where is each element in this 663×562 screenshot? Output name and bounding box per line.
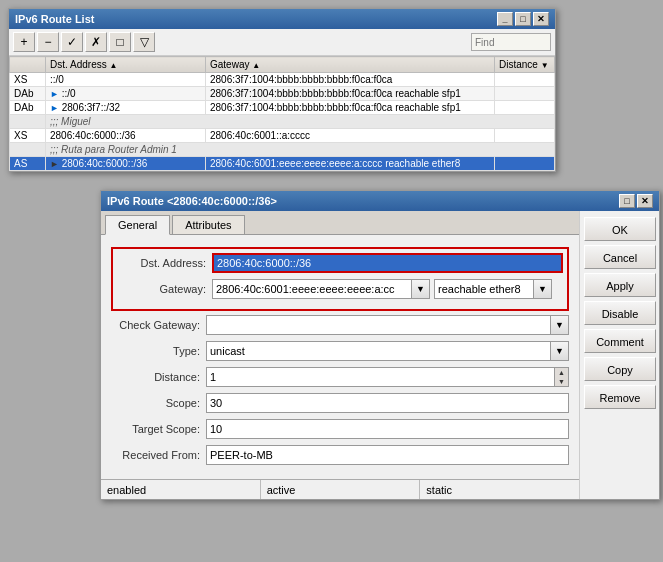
- tab-attributes[interactable]: Attributes: [172, 215, 244, 234]
- check-button[interactable]: ✓: [61, 32, 83, 52]
- check-gateway-input[interactable]: [206, 315, 551, 335]
- row-dist: [495, 87, 555, 101]
- scroll-up-icon: ▲: [558, 369, 565, 376]
- find-input[interactable]: [471, 33, 551, 51]
- sort-arrow-gw: ▲: [252, 61, 260, 70]
- row-type: XS: [10, 129, 46, 143]
- filter-button[interactable]: ▽: [133, 32, 155, 52]
- dst-address-row: Dst. Address:: [117, 253, 563, 273]
- col-header-dst[interactable]: Dst. Address ▲: [46, 57, 206, 73]
- col-header-gw[interactable]: Gateway ▲: [206, 57, 495, 73]
- highlighted-fields-group: Dst. Address: Gateway: ▼ ▼: [111, 247, 569, 311]
- ok-button[interactable]: OK: [584, 217, 656, 241]
- dialog-close-button[interactable]: ✕: [637, 194, 653, 208]
- sort-arrow-dist: ▼: [541, 61, 549, 70]
- received-from-input[interactable]: [206, 445, 569, 465]
- tab-general[interactable]: General: [105, 215, 170, 235]
- scope-row: Scope:: [111, 393, 569, 413]
- sort-arrow-dst: ▲: [109, 61, 117, 70]
- section-type: [10, 115, 46, 129]
- received-from-label: Received From:: [111, 449, 206, 461]
- route-dialog-title: IPv6 Route <2806:40c:6000::/36>: [107, 195, 277, 207]
- add-button[interactable]: +: [13, 32, 35, 52]
- type-label: Type:: [111, 345, 206, 357]
- row-type: XS: [10, 73, 46, 87]
- row-dst: ::/0: [46, 73, 206, 87]
- route-dialog-window: IPv6 Route <2806:40c:6000::/36> □ ✕ Gene…: [100, 190, 660, 500]
- check-gateway-dropdown-btn[interactable]: ▼: [551, 315, 569, 335]
- distance-input[interactable]: [206, 367, 555, 387]
- row-gw: 2806:3f7:1004:bbbb:bbbb:bbbb:f0ca:f0ca r…: [206, 101, 495, 115]
- route-list-controls: _ □ ✕: [497, 12, 549, 26]
- status-static: static: [420, 480, 579, 499]
- route-dialog-titlebar: IPv6 Route <2806:40c:6000::/36> □ ✕: [101, 191, 659, 211]
- type-input-group: ▼: [206, 341, 569, 361]
- section-label: ;;; Miguel: [46, 115, 555, 129]
- gateway-right-input[interactable]: [434, 279, 534, 299]
- section-label: ;;; Ruta para Router Admin 1: [46, 143, 555, 157]
- copy-button[interactable]: Copy: [584, 357, 656, 381]
- row-gw: 2806:3f7:1004:bbbb:bbbb:bbbb:f0ca:f0ca r…: [206, 87, 495, 101]
- distance-input-group: ▲ ▼: [206, 367, 569, 387]
- distance-label: Distance:: [111, 371, 206, 383]
- scope-input[interactable]: [206, 393, 569, 413]
- apply-button[interactable]: Apply: [584, 273, 656, 297]
- row-type: DAb: [10, 101, 46, 115]
- dialog-minimize-button[interactable]: □: [619, 194, 635, 208]
- target-scope-input[interactable]: [206, 419, 569, 439]
- row-type: AS: [10, 157, 46, 171]
- row-dst: ► ::/0: [46, 87, 206, 101]
- check-gateway-label: Check Gateway:: [111, 319, 206, 331]
- expand-icon: ►: [50, 103, 59, 113]
- cancel-button[interactable]: ✗: [85, 32, 107, 52]
- type-dropdown-btn[interactable]: ▼: [551, 341, 569, 361]
- col-header-dist[interactable]: Distance ▼: [495, 57, 555, 73]
- dialog-status-bar: enabled active static: [101, 479, 579, 499]
- disable-button[interactable]: Disable: [584, 301, 656, 325]
- row-dst: 2806:40c:6000::/36: [46, 129, 206, 143]
- check-gateway-row: Check Gateway: ▼: [111, 315, 569, 335]
- row-gw: 2806:40c:6001::a:cccc: [206, 129, 495, 143]
- row-dist: [495, 73, 555, 87]
- route-list-window: IPv6 Route List _ □ ✕ + − ✓ ✗ □ ▽ Dst. A…: [8, 8, 556, 172]
- route-list-title: IPv6 Route List: [15, 13, 94, 25]
- maximize-button[interactable]: □: [515, 12, 531, 26]
- copy-button[interactable]: □: [109, 32, 131, 52]
- table-row[interactable]: DAb ► ::/0 2806:3f7:1004:bbbb:bbbb:bbbb:…: [10, 87, 555, 101]
- table-row[interactable]: AS ► 2806:40c:6000::/36 2806:40c:6001:ee…: [10, 157, 555, 171]
- type-input[interactable]: [206, 341, 551, 361]
- row-dst: ► 2806:3f7::/32: [46, 101, 206, 115]
- route-table: Dst. Address ▲ Gateway ▲ Distance ▼ XS :…: [9, 56, 555, 171]
- target-scope-row: Target Scope:: [111, 419, 569, 439]
- distance-scrollbar[interactable]: ▲ ▼: [555, 367, 569, 387]
- route-list-toolbar: + − ✓ ✗ □ ▽: [9, 29, 555, 56]
- distance-row: Distance: ▲ ▼: [111, 367, 569, 387]
- route-list-titlebar: IPv6 Route List _ □ ✕: [9, 9, 555, 29]
- remove-button[interactable]: Remove: [584, 385, 656, 409]
- table-row[interactable]: XS 2806:40c:6000::/36 2806:40c:6001::a:c…: [10, 129, 555, 143]
- route-dialog-controls: □ ✕: [619, 194, 653, 208]
- dst-address-input[interactable]: [212, 253, 563, 273]
- cancel-button[interactable]: Cancel: [584, 245, 656, 269]
- remove-button[interactable]: −: [37, 32, 59, 52]
- row-gw: 2806:3f7:1004:bbbb:bbbb:bbbb:f0ca:f0ca: [206, 73, 495, 87]
- dst-address-label: Dst. Address:: [117, 257, 212, 269]
- section-header-row: ;;; Miguel: [10, 115, 555, 129]
- scope-label: Scope:: [111, 397, 206, 409]
- row-gw: 2806:40c:6001:eeee:eeee:eeee:a:cccc reac…: [206, 157, 495, 171]
- expand-icon: ►: [50, 159, 59, 169]
- dialog-body: General Attributes Dst. Address: Gateway…: [101, 211, 659, 499]
- table-row[interactable]: XS ::/0 2806:3f7:1004:bbbb:bbbb:bbbb:f0c…: [10, 73, 555, 87]
- gateway-right-dropdown-btn[interactable]: ▼: [534, 279, 552, 299]
- row-dist: [495, 129, 555, 143]
- row-dist: [495, 157, 555, 171]
- minimize-button[interactable]: _: [497, 12, 513, 26]
- section-type: [10, 143, 46, 157]
- col-header-type[interactable]: [10, 57, 46, 73]
- table-row[interactable]: DAb ► 2806:3f7::/32 2806:3f7:1004:bbbb:b…: [10, 101, 555, 115]
- close-button[interactable]: ✕: [533, 12, 549, 26]
- comment-button[interactable]: Comment: [584, 329, 656, 353]
- row-dist: [495, 101, 555, 115]
- gateway-dropdown-btn[interactable]: ▼: [412, 279, 430, 299]
- gateway-input[interactable]: [212, 279, 412, 299]
